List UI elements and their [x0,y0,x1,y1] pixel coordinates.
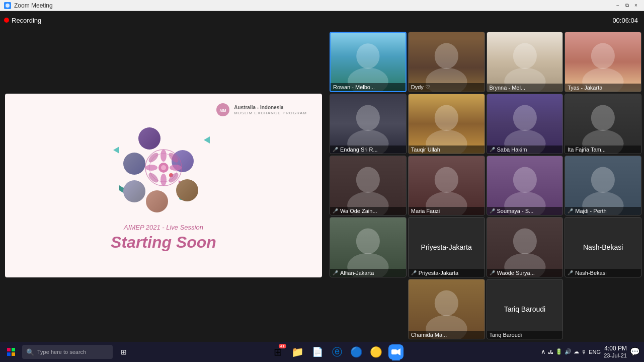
participant-tile-saba[interactable]: 🎤Saba Hakim [487,94,564,154]
mic-muted-icon-waode_surya: 🎤 [490,270,495,275]
participant-name-bar-tariq: Tariq Baroudi [487,331,563,339]
taskbar-chrome-icon[interactable]: 🔵 [348,343,366,361]
participant-name-bar-soumaya: 🎤Soumaya - S... [487,207,563,215]
participant-tile-soumaya[interactable]: 🎤Soumaya - S... [487,156,564,216]
taskview-badge: 41 [279,344,286,348]
tray-expand-icon[interactable]: ∧ [541,348,546,355]
mic-sys-icon[interactable]: 🎙 [581,349,587,355]
volume-icon[interactable]: 🔊 [565,348,572,355]
maximize-button[interactable]: ⧉ [623,2,631,10]
participant-name-bar-priyesta: 🎤Priyesta-Jakarta [409,269,485,277]
svg-point-43 [513,167,536,192]
notification-button[interactable]: 💬 [630,347,640,356]
taskbar-clock[interactable]: 4:00 PM 23-Jul-21 [604,345,627,359]
svg-rect-55 [7,352,11,356]
battery-icon[interactable]: 🔋 [555,348,562,355]
participant-tile-waode_zain[interactable]: 🎤Wa Ode Zain... [330,156,407,216]
participant-name-center-nash: Nash-Bekasi [581,241,625,253]
mic-muted-icon-saba: 🎤 [490,147,495,152]
participant-tile-endang[interactable]: 🎤Endang Sri R... [330,94,407,154]
participant-name-label-dydy: Dydy ♡ [411,84,430,91]
cloud-icon[interactable]: ☁ [574,348,579,355]
svg-rect-57 [391,349,397,354]
participant-tile-majdi[interactable]: 🎤Majdi - Perth [565,156,641,216]
participant-tile-tauqir[interactable]: Tauqir Ullah [408,94,485,154]
participant-name-label-nash: Nash-Bekasi [575,270,606,276]
start-button[interactable] [2,343,20,361]
mic-muted-icon-soumaya: 🎤 [490,208,495,213]
participant-name-label-soumaya: Soumaya - S... [497,208,534,214]
mic-muted-icon-waode_zain: 🎤 [333,208,338,213]
participant-tile-ita[interactable]: Ita Fajria Tam... [565,94,641,154]
svg-point-22 [161,165,166,170]
participant-tile-waode_surya[interactable]: 🎤Waode Surya... [487,217,564,277]
app-active-indicator [392,359,400,360]
participant-tile-tariq[interactable]: Tariq BaroudiTariq Baroudi [487,279,564,339]
svg-rect-56 [12,352,15,356]
participant-tile-brynna[interactable]: Brynna - Mel... [487,32,564,92]
participant-name-bar-tauqir: Tauqir Ullah [409,146,485,154]
close-button[interactable]: × [632,2,640,10]
participant-name-bar-endang: 🎤Endang Sri R... [330,146,406,154]
participant-name-bar-maria: Maria Fauzi [409,207,485,215]
mic-muted-icon-endang: 🎤 [333,147,338,152]
svg-point-27 [513,43,536,69]
empty-tile-1 [330,279,407,339]
participant-name-label-tauqir: Tauqir Ullah [411,147,440,153]
participant-name-bar-nash: 🎤Nash-Bekasi [565,269,641,277]
participant-video-brynna [487,32,563,92]
svg-point-14 [160,174,167,186]
participant-video-waode_surya [487,218,563,277]
taskbar-right: ∧ 🖧 🔋 🔊 ☁ 🎙 ENG 4:00 PM 23-Jul-21 💬 [541,345,644,359]
participant-tile-dydy[interactable]: Dydy ♡ [408,32,485,92]
participant-name-label-chamida: Chamida Ma... [411,332,447,338]
search-input[interactable] [37,349,108,355]
taskbar: 🔍 ⊞ ⊞ 41 📁 📄 ⓔ 🔵 🟡 [0,342,644,362]
slide-logo-sub: MUSLIM EXCHANGE PROGRAM [234,111,307,115]
participant-tile-priyesta[interactable]: Priyesta-Jakarta🎤Priyesta-Jakarta [408,217,485,277]
lang-icon[interactable]: ENG [589,349,601,355]
svg-point-31 [356,105,380,130]
zoom-toolbar: Recording 00:06:04 [0,11,644,29]
participant-tile-chamida[interactable]: Chamida Ma... [408,279,485,339]
minimize-button[interactable]: − [614,2,622,10]
participant-name-bar-dydy: Dydy ♡ [409,83,485,92]
svg-marker-4 [204,136,210,143]
participant-name-label-tariq: Tariq Baroudi [490,332,522,338]
taskbar-apps: ⊞ 41 📁 📄 ⓔ 🔵 🟡 [265,343,409,361]
search-icon: 🔍 [26,348,34,356]
recording-label: Recording [12,17,41,24]
svg-point-0 [6,4,10,8]
task-view-button[interactable]: ⊞ [115,343,133,361]
taskbar-edge-icon[interactable]: ⓔ [328,343,346,361]
participant-name-label-tyas: Tyas - Jakarta [568,85,602,91]
participant-name-bar-saba: 🎤Saba Hakim [487,146,563,154]
mic-muted-icon-alfian: 🎤 [333,270,338,275]
participant-tile-alfian[interactable]: 🎤Alfian-Jakarta [330,217,407,277]
participant-name-bar-rowan: Rowan - Melbo... [331,83,406,91]
participant-video-saba [487,94,563,154]
participant-video-endang [330,94,406,154]
taskbar-files-icon[interactable]: 📁 [289,343,307,361]
participant-tile-rowan[interactable]: Rowan - Melbo... [330,32,407,92]
participant-name-label-waode_zain: Wa Ode Zain... [340,208,377,214]
svg-point-15 [145,165,157,171]
participant-tile-nash[interactable]: Nash-Bekasi🎤Nash-Bekasi [565,217,641,277]
participant-name-label-rowan: Rowan - Melbo... [333,84,375,90]
mic-muted-icon-majdi: 🎤 [568,208,573,213]
taskbar-search[interactable]: 🔍 [22,345,113,359]
svg-point-20 [167,171,180,184]
slide-logo-area: AIM Australia - Indonesia MUSLIM EXCHANG… [216,103,307,117]
participant-tile-maria[interactable]: Maria Fauzi [408,156,485,216]
taskbar-notepad-icon[interactable]: 📄 [308,343,327,361]
participant-name-center-tariq: Tariq Baroudi [502,303,548,315]
taskbar-zoom-icon[interactable] [387,343,405,361]
participant-name-label-priyesta: Priyesta-Jakarta [419,270,458,276]
taskbar-app5-icon[interactable]: 🟡 [367,343,385,361]
clock-date: 23-Jul-21 [604,352,627,359]
participant-video-majdi [565,156,641,215]
network-icon[interactable]: 🖧 [548,349,553,355]
taskbar-taskview-icon[interactable]: ⊞ 41 [269,343,287,361]
participant-tile-tyas[interactable]: Tyas - Jakarta [565,32,641,92]
participant-name-label-majdi: Majdi - Perth [575,208,606,214]
